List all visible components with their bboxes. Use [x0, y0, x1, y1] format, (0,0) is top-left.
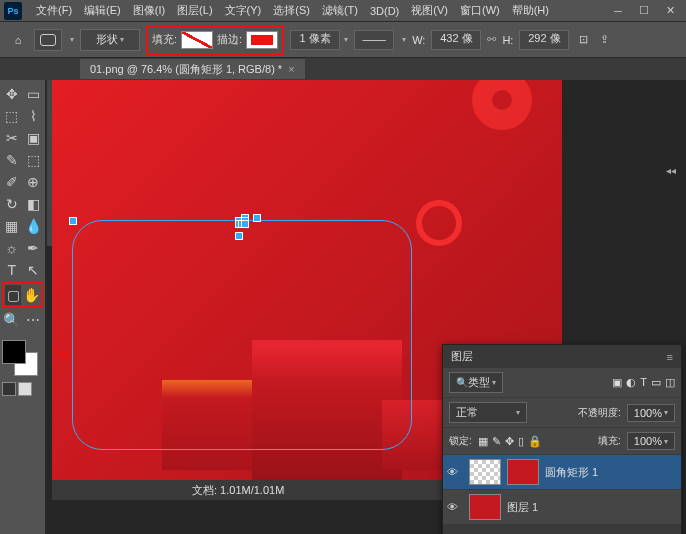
shape-mode-dropdown[interactable]: 形状▾ [80, 29, 140, 51]
chevron-down-icon[interactable]: ▾ [402, 35, 406, 44]
hand-tool[interactable]: ✋ [23, 285, 40, 305]
fill-opacity-input[interactable]: 100%▾ [627, 432, 675, 450]
fg-color[interactable] [2, 340, 26, 364]
maximize-button[interactable]: ☐ [632, 3, 656, 19]
document-tab-bar: 01.png @ 76.4% (圆角矩形 1, RGB/8) * × [0, 58, 686, 80]
history-brush-tool[interactable]: ↻ [2, 194, 22, 214]
dodge-tool[interactable]: ☼ [2, 238, 22, 258]
stroke-style-dropdown[interactable]: ─── [354, 30, 394, 50]
layer-thumb[interactable] [469, 494, 501, 520]
align-icon[interactable]: ⊡ [579, 33, 588, 46]
layer-name[interactable]: 图层 1 [507, 500, 538, 515]
lock-nesting-icon[interactable]: ▯ [518, 435, 524, 448]
menu-window[interactable]: 窗口(W) [454, 3, 506, 18]
eyedropper-tool[interactable]: ✎ [2, 150, 22, 170]
home-icon[interactable]: ⌂ [8, 30, 28, 50]
pen-tool[interactable]: ✒ [24, 238, 44, 258]
frame-tool[interactable]: ▣ [24, 128, 44, 148]
shape-preview[interactable] [34, 29, 62, 51]
lock-label: 锁定: [449, 434, 472, 448]
blend-mode-dropdown[interactable]: 正常▾ [449, 402, 527, 423]
layers-panel-header[interactable]: 图层 ≡ [443, 345, 681, 368]
layer-thumb[interactable] [469, 459, 501, 485]
height-label: H: [502, 34, 513, 46]
layer-item[interactable]: 👁 圆角矩形 1 [443, 455, 681, 490]
visibility-icon[interactable]: 👁 [447, 466, 463, 478]
more-tools[interactable]: ⋯ [24, 310, 44, 330]
move-tool[interactable]: ✥ [2, 84, 22, 104]
eraser-tool[interactable]: ◧ [24, 194, 44, 214]
screen-mode[interactable] [18, 382, 32, 396]
close-button[interactable]: ✕ [658, 3, 682, 19]
brush-tool[interactable]: ✐ [2, 172, 22, 192]
menu-file[interactable]: 文件(F) [30, 3, 78, 18]
blur-tool[interactable]: 💧 [24, 216, 44, 236]
toolbox: ✥▭ ⬚⌇ ✂▣ ✎⬚ ✐⊕ ↻◧ ▦💧 ☼✒ T↖ ▢✋ 🔍⋯ [0, 80, 46, 534]
mask-thumb[interactable] [507, 459, 539, 485]
gradient-tool[interactable]: ▦ [2, 216, 22, 236]
lasso-tool[interactable]: ⌇ [24, 106, 44, 126]
lock-pixels-icon[interactable]: ▦ [478, 435, 488, 448]
link-icon[interactable]: ⚯ [487, 33, 496, 46]
layers-panel: 图层 ≡ 🔍 类型 ▾ ▣ ◐ T ▭ ◫ 正常▾ 不透明度: 100%▾ 锁定… [442, 344, 682, 534]
minimize-button[interactable]: ─ [606, 3, 630, 19]
layer-filter-dropdown[interactable]: 🔍 类型 ▾ [449, 372, 503, 393]
options-bar: ⌂ ▾ 形状▾ 填充: 描边: 1 像素 ▾ ─── ▾ W: 432 像 ⚯ … [0, 22, 686, 58]
lock-position-icon[interactable]: ✎ [492, 435, 501, 448]
stroke-width-input[interactable]: 1 像素 [290, 30, 340, 50]
filter-image-icon[interactable]: ▣ [612, 376, 622, 389]
filter-shape-icon[interactable]: ▭ [651, 376, 661, 389]
filter-type-icon[interactable]: T [640, 376, 647, 389]
lock-artboard-icon[interactable]: ✥ [505, 435, 514, 448]
artboard-tool[interactable]: ▭ [24, 84, 44, 104]
type-tool[interactable]: T [2, 260, 22, 280]
ps-logo: Ps [4, 2, 22, 20]
menu-select[interactable]: 选择(S) [267, 3, 316, 18]
lock-all-icon[interactable]: 🔒 [528, 435, 542, 448]
opacity-input[interactable]: 100%▾ [627, 404, 675, 422]
color-swatches[interactable] [2, 340, 38, 376]
document-tab[interactable]: 01.png @ 76.4% (圆角矩形 1, RGB/8) * × [80, 59, 305, 79]
chevron-down-icon[interactable]: ▾ [344, 35, 348, 44]
fill-label: 填充: [152, 32, 177, 47]
crop-tool[interactable]: ✂ [2, 128, 22, 148]
zoom-tool[interactable]: 🔍 [2, 310, 22, 330]
layer-item[interactable]: 👁 图层 1 [443, 490, 681, 525]
corner-handle[interactable] [235, 232, 243, 240]
menu-layer[interactable]: 图层(L) [171, 3, 218, 18]
chevron-down-icon[interactable]: ▾ [70, 35, 74, 44]
menu-3d[interactable]: 3D(D) [364, 5, 405, 17]
width-input[interactable]: 432 像 [431, 30, 481, 50]
stroke-swatch[interactable] [246, 31, 278, 49]
menu-view[interactable]: 视图(V) [405, 3, 454, 18]
handle[interactable] [238, 217, 246, 225]
panel-menu-icon[interactable]: ≡ [667, 351, 673, 363]
menu-bar: Ps 文件(F) 编辑(E) 图像(I) 图层(L) 文字(Y) 选择(S) 滤… [0, 0, 686, 22]
path-tool[interactable]: ↖ [24, 260, 44, 280]
filter-adjust-icon[interactable]: ◐ [626, 376, 636, 389]
menu-help[interactable]: 帮助(H) [506, 3, 555, 18]
menu-type[interactable]: 文字(Y) [219, 3, 268, 18]
marquee-tool[interactable]: ⬚ [2, 106, 22, 126]
filter-smart-icon[interactable]: ◫ [665, 376, 675, 389]
clone-tool[interactable]: ⊕ [24, 172, 44, 192]
handle[interactable] [69, 217, 77, 225]
layer-name[interactable]: 圆角矩形 1 [545, 465, 598, 480]
quick-mask[interactable] [2, 382, 16, 396]
expand-panels-icon[interactable]: ◂◂ [666, 165, 676, 176]
rounded-rect-tool[interactable]: ▢ [5, 285, 21, 305]
visibility-icon[interactable]: 👁 [447, 501, 463, 513]
handle[interactable] [241, 220, 249, 228]
corner-handle[interactable] [253, 214, 261, 222]
height-input[interactable]: 292 像 [519, 30, 569, 50]
patch-tool[interactable]: ⬚ [24, 150, 44, 170]
fill-swatch[interactable] [181, 31, 213, 49]
fill-opacity-label: 填充: [598, 434, 621, 448]
menu-edit[interactable]: 编辑(E) [78, 3, 127, 18]
document-title: 01.png @ 76.4% (圆角矩形 1, RGB/8) * [90, 62, 282, 77]
menu-filter[interactable]: 滤镜(T) [316, 3, 364, 18]
share-icon[interactable]: ⇪ [600, 33, 609, 46]
menu-image[interactable]: 图像(I) [127, 3, 171, 18]
shape-selection[interactable] [72, 220, 412, 450]
close-tab-icon[interactable]: × [288, 63, 294, 75]
